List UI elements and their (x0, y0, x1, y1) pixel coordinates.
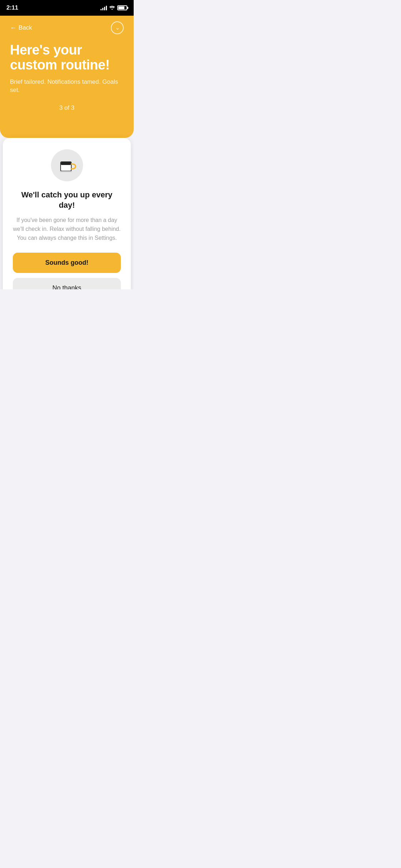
svg-rect-1 (61, 162, 71, 165)
status-bar: 2:11 (0, 0, 134, 16)
back-label: Back (19, 24, 32, 31)
icon-circle (51, 149, 83, 181)
page-subtitle: Brief tailored. Notifications tamed. Goa… (10, 78, 124, 95)
circle-check-button[interactable]: ⌄ (111, 21, 124, 34)
back-button[interactable]: ← Back (10, 24, 32, 32)
yellow-header: ← Back ⌄ Here's your custom routine! Bri… (0, 16, 134, 138)
wifi-icon (109, 5, 115, 11)
main-card: We'll catch you up every day! If you've … (3, 138, 131, 289)
card-title: We'll catch you up every day! (13, 190, 121, 210)
card-icon-area (13, 149, 121, 181)
card-description: If you've been gone for more than a day … (13, 216, 121, 242)
progress-indicator: 3 of 3 (10, 104, 124, 112)
no-thanks-button[interactable]: No thanks (13, 278, 121, 289)
status-time: 2:11 (6, 4, 18, 11)
svg-rect-2 (60, 171, 72, 172)
signal-icon (101, 5, 107, 10)
page-title: Here's your custom routine! (10, 43, 124, 73)
back-arrow-icon: ← (10, 24, 16, 32)
battery-icon (117, 5, 127, 10)
chevron-down-icon: ⌄ (115, 25, 120, 31)
top-nav: ← Back ⌄ (10, 21, 124, 34)
sounds-good-button[interactable]: Sounds good! (13, 253, 121, 273)
coffee-cup-icon (58, 156, 76, 175)
status-icons (101, 5, 127, 11)
